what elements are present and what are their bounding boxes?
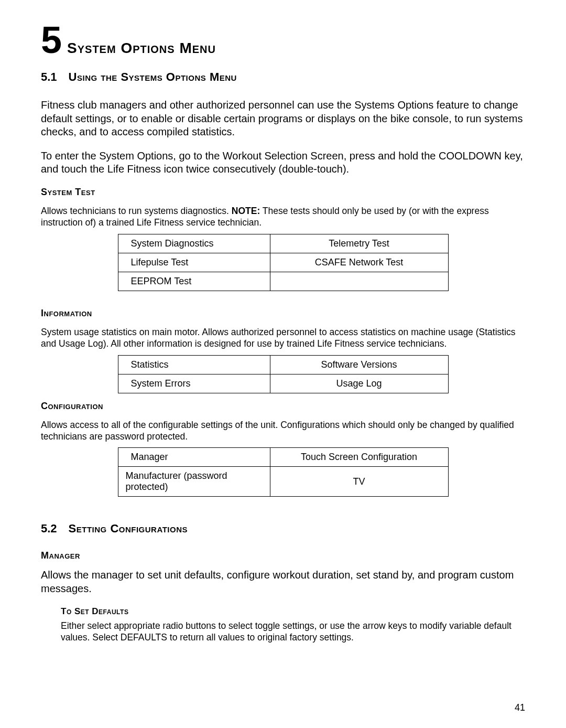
cell-right: Telemetry Test	[270, 234, 448, 253]
cell-right: TV	[270, 467, 448, 497]
section-number: 5.2	[41, 522, 57, 536]
cell-left: System Errors	[118, 374, 270, 393]
section-number: 5.1	[41, 70, 57, 84]
table-row: EEPROM Test	[118, 272, 448, 291]
cell-left: Statistics	[118, 355, 270, 374]
configuration-heading: Configuration	[41, 401, 525, 412]
section-title: Setting Configurations	[69, 522, 188, 536]
information-description: System usage statistics on main motor. A…	[41, 326, 525, 350]
section-51-header: 5.1 Using the Systems Options Menu	[41, 70, 525, 84]
table-row: System Errors Usage Log	[118, 374, 448, 393]
chapter-number: 5	[41, 21, 62, 59]
information-table: Statistics Software Versions System Erro…	[118, 355, 449, 393]
system-test-heading: System Test	[41, 187, 525, 198]
configuration-description: Allows access to all of the configurable…	[41, 419, 525, 443]
cell-left: Lifepulse Test	[118, 253, 270, 272]
note-label: NOTE:	[232, 206, 260, 216]
system-test-desc-pre: Allows technicians to run systems diagno…	[41, 206, 232, 216]
cell-left: Manufacturer (password protected)	[118, 467, 270, 497]
table-row: System Diagnostics Telemetry Test	[118, 234, 448, 253]
manager-heading: Manager	[41, 550, 525, 561]
configuration-table: Manager Touch Screen Configuration Manuf…	[118, 447, 449, 497]
section-52-header: 5.2 Setting Configurations	[41, 522, 525, 536]
manager-description: Allows the manager to set unit defaults,…	[41, 569, 525, 595]
cell-left: EEPROM Test	[118, 272, 270, 291]
chapter-header: 5 System Options Menu	[41, 21, 525, 59]
table-row: Lifepulse Test CSAFE Network Test	[118, 253, 448, 272]
cell-left: System Diagnostics	[118, 234, 270, 253]
cell-right: Touch Screen Configuration	[270, 448, 448, 467]
system-test-description: Allows technicians to run systems diagno…	[41, 205, 525, 229]
cell-right: Software Versions	[270, 355, 448, 374]
cell-right: CSAFE Network Test	[270, 253, 448, 272]
chapter-title: System Options Menu	[67, 40, 216, 57]
table-row: Manager Touch Screen Configuration	[118, 448, 448, 467]
cell-left: Manager	[118, 448, 270, 467]
cell-right: Usage Log	[270, 374, 448, 393]
cell-right	[270, 272, 448, 291]
intro-paragraph-1: Fitness club managers and other authoriz…	[41, 99, 525, 139]
information-heading: Information	[41, 308, 525, 319]
to-set-defaults-heading: To Set Defaults	[61, 606, 525, 617]
system-test-table: System Diagnostics Telemetry Test Lifepu…	[118, 234, 449, 291]
page-number: 41	[515, 702, 525, 713]
table-row: Statistics Software Versions	[118, 355, 448, 374]
table-row: Manufacturer (password protected) TV	[118, 467, 448, 497]
section-title: Using the Systems Options Menu	[69, 70, 237, 84]
to-set-defaults-description: Either select appropriate radio buttons …	[61, 620, 525, 644]
intro-paragraph-2: To enter the System Options, go to the W…	[41, 149, 525, 176]
